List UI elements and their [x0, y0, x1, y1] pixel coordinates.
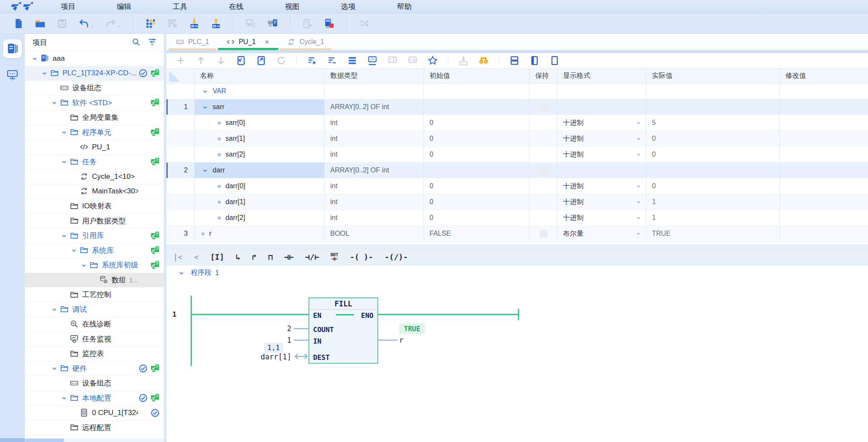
cell-modify-value[interactable] [780, 210, 868, 225]
col-header-modify[interactable]: 修改值 [780, 68, 868, 83]
download-to-plc-button[interactable] [188, 17, 201, 30]
menu-视图[interactable]: 视图 [285, 2, 299, 12]
cell-display-format[interactable]: 十进制 [557, 210, 646, 225]
cell-datatype[interactable]: int [325, 147, 424, 162]
tree-item[interactable]: 引用库 [25, 228, 164, 243]
tree-item[interactable]: 任务监视 [25, 332, 164, 347]
save-button[interactable] [56, 17, 68, 30]
chevron-down-icon[interactable] [635, 151, 642, 158]
cell-datatype[interactable]: int [325, 131, 424, 146]
chevron-down-icon[interactable] [201, 103, 210, 111]
menu-项目[interactable]: 项目 [61, 2, 75, 12]
cell-display-format[interactable]: 十进制 [557, 115, 646, 131]
undo-dropdown[interactable] [91, 26, 95, 30]
col-header-format[interactable]: 显示格式 [557, 68, 646, 83]
col-header-datatype[interactable]: 数据类型 [325, 68, 424, 83]
cell-datatype[interactable] [325, 83, 424, 99]
chevron-down-icon[interactable] [31, 54, 40, 63]
cell-init-value[interactable]: 0 [424, 115, 530, 131]
cell-name[interactable]: sarr[2] [195, 147, 325, 162]
chevron-down-icon[interactable] [60, 393, 70, 403]
comment-button[interactable] [367, 55, 378, 66]
tree-item[interactable]: 全局变量集 [25, 110, 164, 125]
tree-item[interactable]: 本地配置 [25, 391, 164, 406]
maximize-panel-button[interactable] [529, 55, 540, 66]
find-button[interactable] [478, 55, 489, 66]
undo-button[interactable] [77, 17, 90, 30]
compile-button[interactable] [144, 17, 157, 30]
panel-view-button[interactable] [549, 55, 560, 66]
favorite-button[interactable] [427, 55, 438, 66]
retain-checkbox[interactable] [540, 230, 547, 237]
dest-operand[interactable]: darr[1] [243, 353, 291, 361]
export-button[interactable] [255, 55, 267, 66]
tree-item[interactable]: 系统库 [25, 243, 164, 258]
count-operand[interactable]: 2 [252, 324, 291, 333]
split-horizontal-button[interactable] [509, 55, 520, 66]
chevron-down-icon[interactable] [60, 157, 70, 166]
tree-item[interactable]: 数组及结构体...1... [25, 273, 164, 288]
chevron-down-icon[interactable] [635, 199, 642, 205]
coil-negated-button[interactable]: -(/)- [385, 253, 408, 261]
table-row[interactable]: darr[1]int0十进制1 [166, 194, 868, 210]
rising-edge-button[interactable]: ↱ [252, 253, 257, 261]
cell-modify-value[interactable] [780, 163, 868, 178]
table-row[interactable]: VAR [166, 83, 868, 99]
import-button[interactable] [235, 55, 247, 66]
new-project-button[interactable] [12, 17, 25, 30]
chevron-down-icon[interactable] [50, 305, 60, 314]
move-up-button[interactable] [195, 55, 207, 66]
col-header-actual[interactable]: 实际值 [646, 68, 780, 83]
cell-init-value[interactable]: FALSE [424, 226, 530, 241]
redo-button[interactable] [104, 17, 117, 30]
cell-modify-value[interactable] [780, 226, 868, 241]
col-header-retain[interactable]: 保持 [530, 68, 557, 83]
select-all-corner[interactable] [166, 68, 195, 83]
cell-init-value[interactable]: 0 [424, 210, 530, 225]
cell-modify-value[interactable] [780, 131, 868, 146]
tree-item[interactable]: 0 CPU_1[T324... [25, 406, 164, 421]
cell-name[interactable]: darr [195, 163, 325, 178]
tree-item[interactable]: 调试 [25, 303, 164, 317]
table-row[interactable]: 2darrARRAY[0..2] OF int [166, 163, 868, 178]
tree-item[interactable]: PLC_1[T324-XP-CD-... [25, 66, 164, 81]
cell-name[interactable]: r [195, 226, 325, 241]
go-prev-button[interactable]: < [194, 253, 199, 261]
cell-init-value[interactable]: 0 [424, 147, 530, 162]
close-icon[interactable] [264, 39, 270, 45]
compile-all-button[interactable] [166, 17, 179, 30]
chevron-down-icon[interactable] [60, 128, 70, 137]
pulse-button[interactable]: ⊓ [268, 253, 273, 261]
redo-dropdown[interactable] [118, 26, 122, 30]
menu-工具[interactable]: 工具 [173, 2, 187, 12]
contact-no-button[interactable]: ⊣⊢ [284, 253, 294, 261]
insert-instruction-button[interactable]: [I] [210, 253, 225, 261]
tree-item[interactable]: PU_1 [25, 140, 164, 155]
tree-item[interactable]: 工艺控制 [25, 288, 164, 303]
connect-device-button[interactable] [244, 17, 257, 30]
ladder-canvas[interactable]: 1 FILL EN ENO [166, 280, 868, 442]
chevron-down-icon[interactable] [50, 98, 60, 107]
horizontal-splitter[interactable] [166, 245, 868, 249]
tree-item[interactable]: 程序单元 [25, 125, 164, 140]
tree-item[interactable]: 用户数据类型 [25, 214, 164, 229]
cell-init-value[interactable] [424, 163, 530, 178]
cell-datatype[interactable]: ARRAY[0..2] OF int [325, 163, 424, 178]
cell-init-value[interactable]: 0 [424, 131, 530, 146]
cell-display-format[interactable]: 十进制 [557, 131, 646, 146]
output-operand[interactable]: r [399, 336, 403, 344]
cell-name[interactable]: sarr[0] [195, 115, 325, 131]
filter-icon[interactable] [148, 37, 158, 47]
menu-选项[interactable]: 选项 [341, 2, 355, 12]
cell-modify-value[interactable] [780, 178, 868, 194]
insert-row-button[interactable] [306, 55, 318, 66]
cell-datatype[interactable]: int [325, 194, 424, 210]
chevron-down-icon[interactable] [201, 87, 210, 95]
cell-init-value[interactable] [424, 83, 530, 99]
chevron-down-icon[interactable] [41, 68, 50, 78]
menu-帮助[interactable]: 帮助 [397, 2, 412, 12]
menu-在线[interactable]: 在线 [229, 2, 243, 12]
cell-display-format[interactable]: 十进制 [557, 194, 646, 210]
network-config-button[interactable] [6, 68, 19, 81]
chevron-down-icon[interactable] [635, 136, 642, 142]
